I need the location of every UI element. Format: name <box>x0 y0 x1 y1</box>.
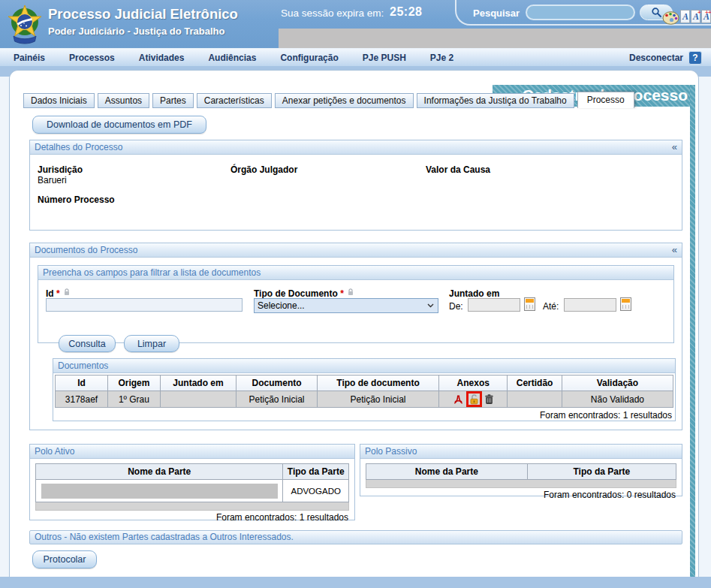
id-label-text: Id <box>46 288 54 299</box>
col-nome-parte: Nome da Parte <box>366 464 528 480</box>
calendar-icon-de[interactable] <box>524 297 535 311</box>
nav-item-processos[interactable]: Processos <box>57 53 127 63</box>
juntado-em-label: Juntado em <box>449 288 499 299</box>
calendar-icon-ate[interactable] <box>620 297 631 311</box>
lock-icon <box>64 288 70 296</box>
collapse-button[interactable]: « <box>672 243 677 257</box>
palette-icon <box>662 11 679 26</box>
cell-juntado-em <box>160 391 236 408</box>
col-certidao: Certidão <box>508 375 562 391</box>
polo-ativo-header: Polo Ativo <box>30 445 354 459</box>
polo-ativo-title: Polo Ativo <box>35 446 74 457</box>
magnifier-icon <box>651 7 662 18</box>
ate-label: Até: <box>543 301 559 312</box>
outros-bar: Outros - Não existem Partes cadastradas … <box>29 530 682 544</box>
polo-passivo-header: Polo Passivo <box>360 445 682 459</box>
tipo-documento-select[interactable]: Selecione... <box>254 298 438 313</box>
limpar-button[interactable]: Limpar <box>124 335 179 352</box>
consulta-button[interactable]: Consulta <box>59 335 116 352</box>
chevron-down-icon <box>427 303 434 308</box>
nav-item-pje-push[interactable]: PJe PUSH <box>351 53 418 63</box>
id-label: Id * <box>46 288 70 299</box>
pagination-bar <box>366 480 676 488</box>
help-button[interactable]: ? <box>688 51 702 65</box>
nav-item-paineis[interactable]: Painéis <box>0 53 57 63</box>
detalhes-title: Detalhes do Processo <box>35 142 122 152</box>
app-subtitle: Poder Judiciário - Justiça do Trabalho <box>48 26 225 37</box>
tab-partes[interactable]: Partes <box>152 93 194 108</box>
detalhes-panel-header: Detalhes do Processo « <box>30 140 682 155</box>
tab-anexar-peticoes[interactable]: Anexar petições e documentos <box>275 93 414 108</box>
col-anexos: Anexos <box>439 375 508 391</box>
documentos-results-count: Foram encontrados: 1 resultados <box>53 408 675 421</box>
nav-item-pje2[interactable]: PJe 2 <box>418 53 465 63</box>
search-input[interactable] <box>526 5 635 20</box>
polo-passivo-title: Polo Passivo <box>365 446 417 457</box>
session-expiry-label: Sua sessão expira em: <box>281 8 384 19</box>
col-tipo-parte: Tipo da Parte <box>283 464 349 480</box>
cell-origem: 1º Grau <box>107 391 160 408</box>
font-size-normal-button[interactable]: A <box>680 10 690 23</box>
nav-item-configuracao[interactable]: Configuração <box>268 53 350 63</box>
pdf-icon[interactable] <box>453 394 464 406</box>
numero-processo-label: Número Processo <box>38 194 115 205</box>
collapse-button[interactable]: « <box>672 140 677 154</box>
valor-causa-label: Valor da Causa <box>426 164 490 175</box>
required-asterisk: * <box>340 288 344 299</box>
col-origem: Origem <box>107 375 160 391</box>
brazil-coat-of-arms-logo <box>5 2 44 46</box>
tab-dados-iniciais[interactable]: Dados Iniciais <box>23 93 95 108</box>
polo-ativo-table: Nome da Parte Tipo da Parte ADVOGADO <box>35 463 349 502</box>
col-validacao: Validação <box>562 375 673 391</box>
main-navbar: Painéis Processos Atividades Audiências … <box>0 48 711 66</box>
font-size-larger-button[interactable]: A + <box>691 10 700 23</box>
orgao-julgador-label: Órgão Julgador <box>230 164 297 175</box>
de-label: De: <box>449 301 463 312</box>
download-pdf-button[interactable]: Download de documentos em PDF <box>32 116 206 134</box>
app-title: Processo Judicial Eletrônico <box>48 6 238 23</box>
protocolar-button[interactable]: Protocolar <box>32 550 97 568</box>
polo-passivo-results-count: Foram encontrados: 0 resultados <box>360 488 682 500</box>
detalhes-body: Jurisdição Barueri Órgão Julgador Valor … <box>30 155 682 230</box>
cell-certidao <box>508 391 562 408</box>
documentos-table-header: Documentos <box>53 359 675 373</box>
unlock-icon-highlighted[interactable] <box>466 391 482 407</box>
font-plus-mark: ++ <box>705 8 711 16</box>
nav-item-audiencias[interactable]: Audiências <box>196 53 268 63</box>
required-asterisk: * <box>56 288 60 299</box>
ate-date-input[interactable] <box>564 298 616 312</box>
nav-item-atividades[interactable]: Atividades <box>127 53 197 63</box>
trash-icon[interactable] <box>484 394 494 405</box>
content-container: Cadastro de processo Dados Iniciais Assu… <box>9 70 699 577</box>
font-plus-mark: + <box>697 8 700 16</box>
cell-documento: Petição Inicial <box>236 391 318 408</box>
polo-ativo-header-row: Nome da Parte Tipo da Parte <box>36 464 349 480</box>
cell-tipo-parte: ADVOGADO <box>283 480 349 502</box>
col-nome-parte: Nome da Parte <box>36 464 283 480</box>
color-theme-button[interactable] <box>662 11 679 26</box>
tab-assuntos[interactable]: Assuntos <box>98 93 149 108</box>
cell-anexos <box>439 391 508 408</box>
polo-ativo-panel: Polo Ativo Nome da Parte Tipo da Parte A… <box>29 444 355 520</box>
unlock-icon <box>469 394 479 405</box>
filter-fields: Id * Tipo de Documento * <box>38 280 673 342</box>
col-documento: Documento <box>236 375 318 391</box>
font-size-largest-button[interactable]: A ++ <box>701 10 711 23</box>
documentos-processo-panel: Documentos do Processo « Preencha os cam… <box>29 243 682 430</box>
tipo-documento-label-text: Tipo de Documento <box>254 288 338 299</box>
documento-row: 3178aef 1º Grau Petição Inicial Petição … <box>56 391 673 408</box>
documentos-processo-title: Documentos do Processo <box>35 245 137 255</box>
tab-processo-active[interactable]: Processo <box>577 92 634 108</box>
id-input[interactable] <box>46 298 243 312</box>
de-date-input[interactable] <box>468 298 520 312</box>
polo-passivo-table: Nome da Parte Tipo da Parte <box>366 463 676 480</box>
tab-informacoes-justica[interactable]: Informações da Justiça do Trabalho <box>417 93 574 108</box>
jurisdicao-value: Barueri <box>38 175 67 185</box>
tipo-documento-label: Tipo de Documento * <box>254 288 354 299</box>
cell-id: 3178aef <box>56 391 108 408</box>
polo-passivo-panel: Polo Passivo Nome da Parte Tipo da Parte… <box>360 444 682 496</box>
disconnect-link[interactable]: Desconectar <box>629 53 683 63</box>
page-bottom-band <box>0 577 711 588</box>
cell-nome-parte <box>36 480 283 502</box>
tab-caracteristicas[interactable]: Características <box>197 93 272 108</box>
